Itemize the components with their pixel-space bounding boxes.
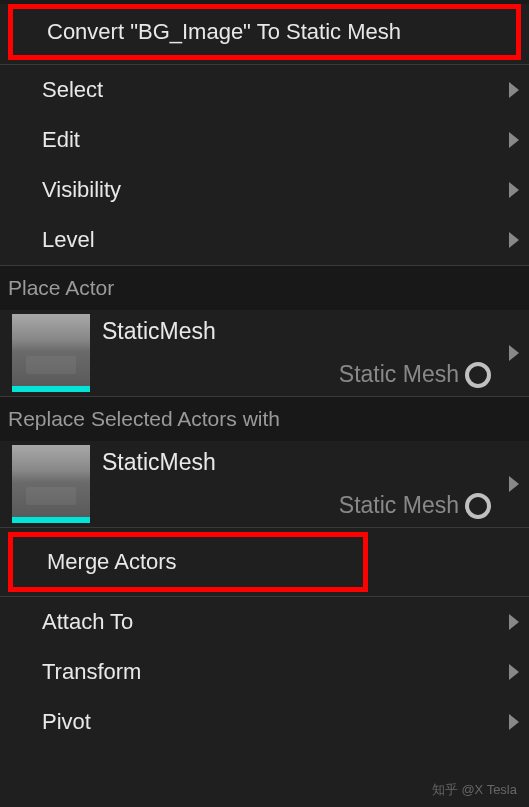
- merge-actors-item[interactable]: Merge Actors: [8, 532, 368, 592]
- divider: [0, 527, 529, 528]
- circle-icon: [465, 493, 491, 519]
- attach-to-submenu[interactable]: Attach To: [0, 597, 529, 647]
- place-actor-header: Place Actor: [0, 265, 529, 310]
- place-actor-row[interactable]: StaticMesh Static Mesh: [0, 310, 529, 396]
- chevron-right-icon: [509, 614, 519, 630]
- select-submenu[interactable]: Select: [0, 65, 529, 115]
- thumbnail-content: StaticMesh Static Mesh: [102, 445, 521, 523]
- static-mesh-thumbnail-icon: [12, 445, 90, 523]
- watermark: 知乎 @X Tesla: [432, 781, 517, 799]
- pivot-submenu[interactable]: Pivot: [0, 697, 529, 747]
- context-menu: Convert "BG_Image" To Static Mesh Select…: [0, 4, 529, 807]
- static-mesh-type: Static Mesh: [102, 361, 521, 388]
- convert-to-static-mesh-item[interactable]: Convert "BG_Image" To Static Mesh: [8, 4, 521, 60]
- convert-label: Convert "BG_Image" To Static Mesh: [47, 19, 401, 45]
- chevron-right-icon: [509, 82, 519, 98]
- edit-label: Edit: [42, 127, 80, 153]
- transform-submenu[interactable]: Transform: [0, 647, 529, 697]
- chevron-right-icon: [509, 476, 519, 492]
- select-label: Select: [42, 77, 103, 103]
- attach-to-label: Attach To: [42, 609, 133, 635]
- chevron-right-icon: [509, 182, 519, 198]
- static-mesh-type: Static Mesh: [102, 492, 521, 519]
- static-mesh-title: StaticMesh: [102, 449, 521, 476]
- edit-submenu[interactable]: Edit: [0, 115, 529, 165]
- static-mesh-thumbnail-icon: [12, 314, 90, 392]
- replace-actors-row[interactable]: StaticMesh Static Mesh: [0, 441, 529, 527]
- chevron-right-icon: [509, 132, 519, 148]
- thumbnail-content: StaticMesh Static Mesh: [102, 314, 521, 392]
- transform-label: Transform: [42, 659, 141, 685]
- static-mesh-title: StaticMesh: [102, 318, 521, 345]
- chevron-right-icon: [509, 345, 519, 361]
- level-submenu[interactable]: Level: [0, 215, 529, 265]
- level-label: Level: [42, 227, 95, 253]
- merge-actors-label: Merge Actors: [47, 549, 177, 575]
- pivot-label: Pivot: [42, 709, 91, 735]
- visibility-label: Visibility: [42, 177, 121, 203]
- chevron-right-icon: [509, 232, 519, 248]
- visibility-submenu[interactable]: Visibility: [0, 165, 529, 215]
- chevron-right-icon: [509, 714, 519, 730]
- replace-actors-header: Replace Selected Actors with: [0, 396, 529, 441]
- chevron-right-icon: [509, 664, 519, 680]
- circle-icon: [465, 362, 491, 388]
